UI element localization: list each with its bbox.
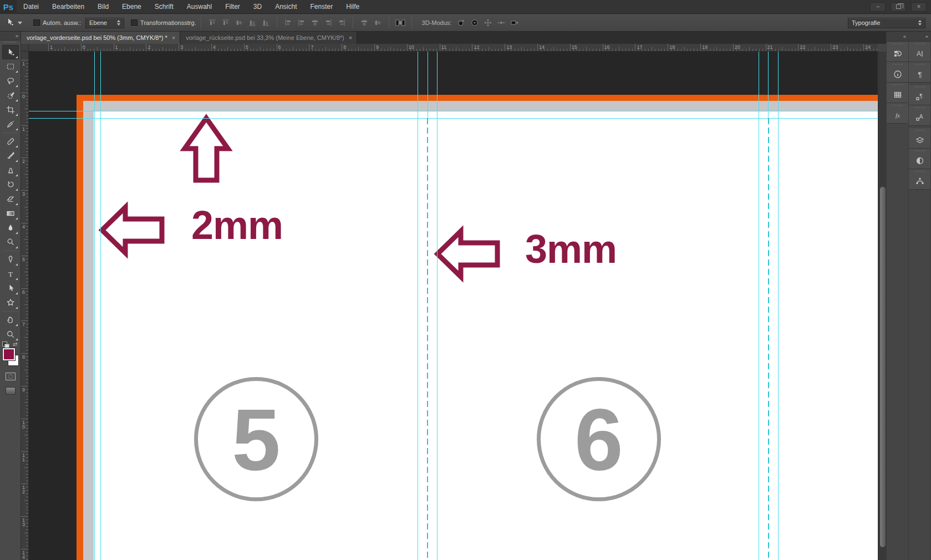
- foreground-color-swatch[interactable]: [3, 348, 15, 360]
- 3d-slide-icon[interactable]: [495, 17, 507, 28]
- align-right-edges-icon[interactable]: [322, 17, 334, 28]
- flyout-indicator: [16, 278, 18, 280]
- quick-mask-button[interactable]: [6, 373, 16, 380]
- menu-item-bearbeiten[interactable]: Bearbeiten: [45, 0, 91, 14]
- character-panel-button[interactable]: A: [909, 42, 930, 62]
- hand-tool[interactable]: [2, 313, 19, 327]
- distribute-bottom-icon[interactable]: [260, 17, 272, 28]
- align-bottom-edges-icon[interactable]: [246, 17, 258, 28]
- eraser-tool[interactable]: [2, 192, 19, 206]
- align-vertical-centers-icon[interactable]: [233, 17, 245, 28]
- auto-align-layers-icon[interactable]: [394, 17, 406, 28]
- minimize-button[interactable]: −: [870, 2, 886, 12]
- brush-tool[interactable]: [2, 149, 19, 163]
- screen-mode-button[interactable]: [6, 387, 16, 395]
- distribute-h-spacing-icon[interactable]: [358, 17, 370, 28]
- show-transform-controls-checkbox[interactable]: [131, 19, 138, 26]
- align-left-edges-icon[interactable]: [282, 17, 294, 28]
- menu-item-datei[interactable]: Datei: [17, 0, 45, 14]
- paragraph-panel-button[interactable]: ¶: [909, 62, 930, 83]
- auto-select-type-dropdown[interactable]: Ebene: [85, 18, 124, 28]
- menu-item-fenster[interactable]: Fenster: [304, 0, 340, 14]
- history-panel-button[interactable]: [887, 42, 908, 62]
- document-tab-2[interactable]: vorlage_rückseite.psd bei 33,3% (Meine E…: [180, 32, 357, 44]
- close-tab-icon[interactable]: ×: [172, 34, 175, 41]
- menu-item-filter[interactable]: Filter: [218, 0, 247, 14]
- collapse-toolbar-icon[interactable]: »: [16, 33, 18, 39]
- vertical-guide: [437, 52, 437, 560]
- align-horizontal-centers-icon[interactable]: [309, 17, 321, 28]
- swap-colors-icon[interactable]: ⇄: [13, 341, 17, 347]
- close-tab-icon[interactable]: ×: [349, 34, 352, 41]
- document-tab-1[interactable]: vorlage_vorderseite.psd bei 50% (3mm, CM…: [21, 32, 180, 44]
- blur-tool[interactable]: [2, 221, 19, 235]
- paragraph-styles-panel-button[interactable]: ¶: [909, 85, 930, 105]
- menu-item-ansicht[interactable]: Ansicht: [268, 0, 303, 14]
- swatches-panel-button[interactable]: [887, 83, 908, 103]
- window-controls: −×: [865, 2, 931, 12]
- styles-panel-button[interactable]: fx: [887, 103, 908, 124]
- menu-item-schrift[interactable]: Schrift: [148, 0, 180, 14]
- adjustments-panel-button[interactable]: [909, 149, 930, 169]
- eyedropper-tool[interactable]: [2, 117, 19, 131]
- flyout-indicator: [16, 174, 18, 176]
- restore-button[interactable]: [891, 2, 906, 12]
- path-selection-tool[interactable]: [2, 281, 19, 296]
- distribute-right-icon[interactable]: [335, 17, 348, 28]
- zoom-tool[interactable]: [2, 327, 19, 342]
- document-tab-bar: vorlage_vorderseite.psd bei 50% (3mm, CM…: [21, 32, 886, 44]
- info-panel-button[interactable]: [887, 62, 908, 83]
- spot-healing-brush-tool[interactable]: [2, 134, 19, 149]
- character-styles-panel-button[interactable]: A: [909, 105, 930, 126]
- collapse-panels-icon[interactable]: «: [903, 34, 906, 39]
- layers-panel-button[interactable]: [909, 128, 930, 149]
- collapse-panels-icon[interactable]: «: [925, 34, 928, 39]
- move-tool[interactable]: [2, 45, 19, 59]
- crop-tool[interactable]: [2, 103, 19, 117]
- rectangular-marquee-tool[interactable]: [2, 59, 19, 74]
- distribute-left-icon[interactable]: [296, 17, 308, 28]
- menu-item-ebene[interactable]: Ebene: [115, 0, 148, 14]
- distribute-top-icon[interactable]: [220, 17, 232, 28]
- measurement-label-3mm: 3mm: [525, 229, 617, 269]
- menu-item-bild[interactable]: Bild: [91, 0, 115, 14]
- close-button[interactable]: ×: [911, 2, 927, 12]
- custom-shape-tool[interactable]: [2, 296, 19, 310]
- workspace-switcher[interactable]: Typografie: [848, 18, 925, 28]
- horizontal-ruler[interactable]: 1012345678910111213141516171819202122232…: [29, 44, 878, 52]
- default-colors-icon[interactable]: [2, 342, 7, 347]
- paths-panel-button[interactable]: [909, 169, 930, 190]
- distribute-v-spacing-icon[interactable]: [372, 17, 384, 28]
- ruler-origin-box[interactable]: [21, 44, 29, 52]
- scrollbar-thumb[interactable]: [880, 187, 886, 547]
- type-tool[interactable]: T: [2, 267, 19, 281]
- menu-item-hilfe[interactable]: Hilfe: [339, 0, 366, 14]
- svg-text:A: A: [916, 50, 920, 58]
- adjustments-panel-icon: [915, 153, 924, 169]
- document-canvas[interactable]: 562mm3mm: [29, 52, 878, 560]
- clone-stamp-tool[interactable]: [2, 163, 19, 177]
- tab-title: vorlage_vorderseite.psd bei 50% (3mm, CM…: [27, 34, 167, 41]
- auto-select-checkbox[interactable]: [33, 19, 40, 26]
- quick-selection-tool[interactable]: [2, 88, 19, 103]
- vertical-ruler[interactable]: 101234567891011121314: [21, 52, 29, 560]
- flyout-indicator: [16, 85, 18, 87]
- flyout-indicator: [16, 56, 18, 58]
- pen-tool[interactable]: [2, 252, 19, 267]
- tool-preset-picker[interactable]: [0, 18, 27, 28]
- flyout-indicator: [16, 189, 18, 191]
- gradient-tool[interactable]: [2, 206, 19, 221]
- drag-handle[interactable]: [4, 42, 16, 44]
- vertical-scrollbar[interactable]: [878, 52, 886, 560]
- 3d-rotate-icon[interactable]: [455, 17, 467, 28]
- tools-panel: » T ⇄: [0, 32, 21, 560]
- menu-item-auswahl[interactable]: Auswahl: [180, 0, 218, 14]
- menu-item-3d[interactable]: 3D: [247, 0, 268, 14]
- 3d-scale-icon[interactable]: [508, 17, 521, 28]
- 3d-drag-icon[interactable]: [482, 17, 494, 28]
- dodge-tool[interactable]: [2, 235, 19, 250]
- history-brush-tool[interactable]: [2, 177, 19, 192]
- lasso-tool[interactable]: [2, 74, 19, 88]
- align-top-edges-icon[interactable]: [206, 17, 218, 28]
- 3d-roll-icon[interactable]: [469, 17, 481, 28]
